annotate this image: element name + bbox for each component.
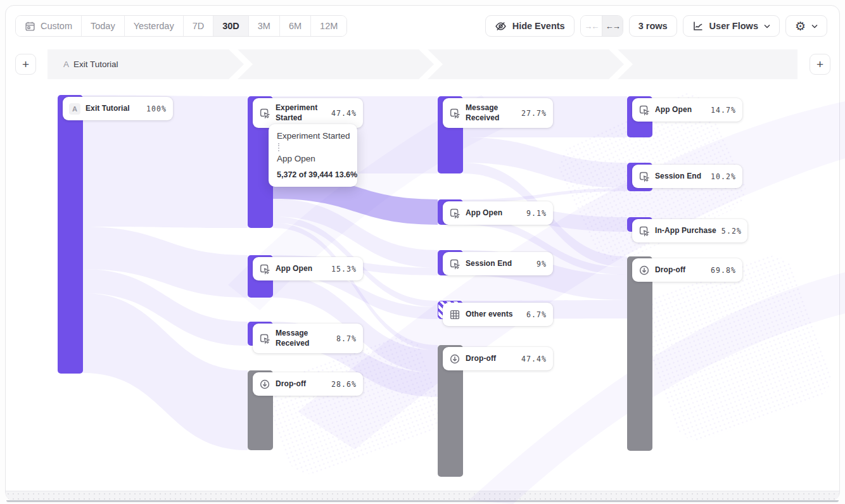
collapse-expand-toggle: →← ←→ (580, 15, 623, 37)
node-card-exit-tutorial[interactable]: AExit Tutorial100% (63, 97, 173, 120)
date-range-label: 7D (193, 21, 205, 31)
date-range-12m[interactable]: 12M (310, 16, 346, 36)
node-percentage: 9.1% (526, 209, 547, 218)
event-icon (259, 333, 270, 344)
node-card-app-open-2[interactable]: App Open15.3% (253, 257, 363, 280)
node-percentage: 47.4% (521, 355, 547, 363)
settings-dropdown[interactable]: ⚙ (785, 15, 827, 37)
node-card-message-received-3[interactable]: Message Received27.7% (443, 98, 553, 128)
date-range-label: 12M (320, 21, 338, 31)
date-range-label: 3M (258, 21, 270, 31)
tooltip-from-event: Experiment Started (277, 131, 349, 141)
event-icon (259, 263, 270, 275)
node-card-app-open-3[interactable]: App Open9.1% (443, 201, 553, 225)
node-label: Drop-off (276, 379, 306, 389)
step-chevron (421, 49, 438, 79)
chevron-down-icon (811, 24, 818, 28)
date-range-label: Custom (41, 21, 72, 31)
view-type-dropdown[interactable]: User Flows (683, 15, 780, 37)
date-range-3m[interactable]: 3M (248, 16, 279, 36)
step-title: Exit Tutorial (73, 60, 118, 69)
date-range-custom[interactable]: Custom (16, 16, 81, 36)
steps-band[interactable]: A Exit Tutorial (48, 49, 797, 79)
event-icon (449, 208, 461, 219)
date-range-label: 6M (289, 21, 302, 31)
sankey-bar-drop-off-4[interactable] (627, 256, 652, 451)
step-chevron (231, 49, 248, 79)
node-percentage: 8.7% (336, 334, 357, 343)
add-step-before-button[interactable]: + (15, 54, 36, 75)
expand-icon: ←→ (606, 22, 619, 31)
node-label: Message Received (276, 329, 331, 348)
collapse-icon: →← (584, 22, 598, 31)
node-percentage: 100% (146, 104, 167, 113)
calendar-icon (25, 21, 35, 32)
node-card-drop-off-3[interactable]: Drop-off47.4% (443, 347, 553, 370)
view-type-label: User Flows (709, 21, 758, 31)
dropoff-icon (259, 379, 270, 390)
node-label: Exit Tutorial (86, 104, 130, 114)
node-percentage: 14.7% (711, 106, 736, 115)
date-range-yesterday[interactable]: Yesterday (124, 16, 183, 36)
step-chevron (611, 49, 628, 79)
node-card-app-open-4[interactable]: App Open14.7% (632, 98, 742, 122)
node-label: Message Received (466, 103, 516, 123)
event-icon (639, 104, 650, 116)
date-range-30d[interactable]: 30D (213, 16, 248, 36)
node-label: Session End (466, 259, 512, 269)
rows-button[interactable]: 3 rows (629, 15, 677, 37)
step-badge: A (63, 60, 69, 69)
date-range-label: Yesterday (134, 21, 174, 31)
toolbar-right-controls: Hide Events →← ←→ 3 rows User Flows (485, 15, 827, 37)
node-percentage: 6.7% (526, 310, 547, 319)
node-card-in-app-purchase-4[interactable]: In-App Purchase5.2% (632, 219, 747, 243)
dropoff-icon (639, 265, 650, 276)
node-percentage: 10.2% (711, 172, 736, 181)
flow-tooltip: Experiment Started App Open 5,372 of 39,… (269, 124, 357, 187)
rows-label: 3 rows (639, 21, 668, 31)
add-step-after-button[interactable]: + (810, 54, 830, 75)
gear-icon: ⚙ (795, 20, 806, 32)
node-card-drop-off-2[interactable]: Drop-off28.6% (253, 372, 363, 396)
grid-icon (449, 309, 461, 320)
node-label: In-App Purchase (655, 226, 716, 236)
chevron-down-icon (764, 24, 770, 28)
flow-ribbon[interactable] (463, 188, 627, 203)
node-card-message-received-2[interactable]: Message Received8.7% (253, 324, 363, 353)
node-card-session-end-3[interactable]: Session End9% (443, 252, 553, 275)
node-label: App Open (466, 208, 502, 218)
step-a-label: A Exit Tutorial (63, 49, 118, 79)
expand-columns-button[interactable]: ←→ (602, 16, 623, 36)
date-range-today[interactable]: Today (81, 16, 124, 36)
node-label: Drop-off (466, 354, 496, 364)
node-card-drop-off-4[interactable]: Drop-off69.8% (632, 258, 742, 282)
dropoff-icon (449, 353, 461, 365)
event-icon (259, 108, 270, 119)
event-icon (639, 225, 650, 237)
node-percentage: 47.4% (331, 109, 357, 118)
node-percentage: 27.7% (521, 109, 547, 118)
eye-off-icon (495, 20, 507, 32)
node-label: Other events (466, 310, 513, 320)
chart-icon (692, 20, 704, 32)
tooltip-stat: 5,372 of 39,444 13.6% (277, 170, 349, 179)
date-range-7d[interactable]: 7D (183, 16, 213, 36)
node-label: Experiment Started (276, 103, 326, 123)
date-range-label: 30D (222, 21, 239, 31)
collapse-columns-button[interactable]: →← (581, 16, 602, 36)
toolbar: CustomTodayYesterday7D30D3M6M12M Hide Ev… (15, 15, 827, 37)
date-range-6m[interactable]: 6M (279, 16, 310, 36)
hide-events-button[interactable]: Hide Events (485, 15, 575, 37)
flow-ribbon[interactable] (463, 137, 627, 188)
tooltip-connector (278, 143, 279, 151)
node-percentage: 28.6% (331, 380, 357, 389)
hide-events-label: Hide Events (512, 21, 565, 31)
node-card-session-end-4[interactable]: Session End10.2% (632, 165, 742, 188)
node-card-other-events-3[interactable]: Other events6.7% (443, 303, 553, 326)
date-range-label: Today (91, 21, 115, 31)
sankey-bar-exit-tutorial[interactable] (58, 95, 83, 374)
event-icon (449, 108, 461, 119)
plus-icon: + (816, 58, 823, 72)
node-percentage: 15.3% (331, 265, 357, 274)
step-a-badge: A (69, 103, 80, 115)
